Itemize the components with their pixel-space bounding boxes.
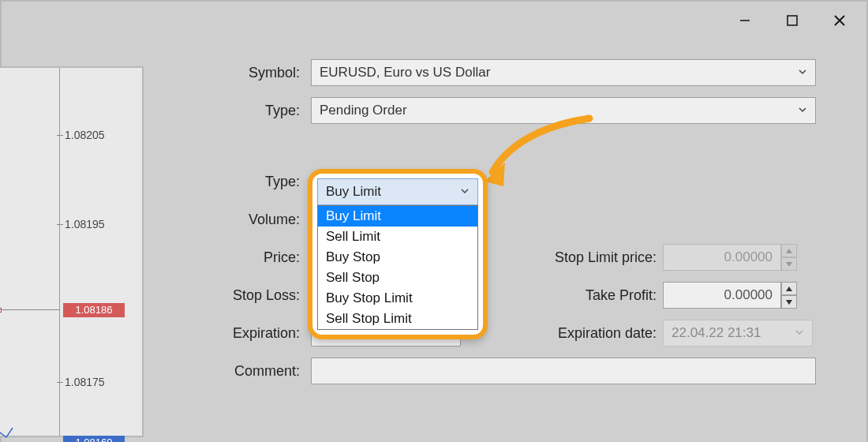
pending-type-dropdown-callout: Buy Limit Buy Limit Sell Limit Buy Stop … (308, 169, 488, 339)
svg-rect-1 (788, 16, 797, 25)
chevron-down-icon (798, 103, 807, 118)
order-dialog: 1.08205 1.08195 1.08186 1.08175 1.08169 … (0, 0, 868, 442)
comment-input[interactable] (311, 358, 816, 384)
pending-type-selected: Buy Limit (326, 184, 381, 200)
order-form: Symbol: EURUSD, Euro vs US Dollar Type: … (155, 58, 849, 395)
svg-marker-4 (786, 249, 792, 253)
takeprofit-input[interactable] (663, 282, 781, 309)
option-buy-stop[interactable]: Buy Stop (318, 247, 477, 268)
option-sell-limit[interactable]: Sell Limit (318, 227, 477, 247)
minimize-button[interactable] (721, 3, 769, 38)
close-button[interactable] (816, 3, 863, 38)
price-tick: 1.08205 (65, 129, 105, 141)
svg-marker-7 (786, 300, 792, 305)
price-tick: 1.08195 (65, 218, 105, 230)
svg-marker-6 (786, 287, 792, 291)
stoplimit-input (663, 244, 781, 271)
chevron-down-icon (798, 65, 807, 81)
order-type-value: Pending Order (320, 103, 407, 118)
ask-price-badge: 1.08169 (63, 436, 125, 442)
expiration-date-label: Expiration date: (507, 325, 657, 342)
maximize-button[interactable] (769, 3, 816, 38)
symbol-label: Symbol: (155, 65, 311, 81)
price-chart: 1.08205 1.08195 1.08186 1.08175 1.08169 (0, 66, 144, 437)
expiration-date-value: 22.04.22 21:31 (672, 325, 761, 341)
title-bar (2, 2, 866, 39)
type-label: Type: (155, 103, 311, 119)
pending-type-select[interactable]: Buy Limit (317, 178, 478, 205)
stepper-down-icon (781, 257, 797, 271)
symbol-select[interactable]: EURUSD, Euro vs US Dollar (311, 59, 816, 86)
stoplimit-label: Stop Limit price: (507, 249, 657, 266)
stepper-down-icon[interactable] (781, 295, 797, 309)
option-buy-limit[interactable]: Buy Limit (318, 206, 477, 227)
option-buy-stop-limit[interactable]: Buy Stop Limit (318, 288, 477, 309)
bid-price-badge: 1.08186 (63, 303, 125, 317)
chart-plot-area (0, 68, 60, 436)
svg-marker-5 (786, 262, 792, 267)
stoploss-label: Stop Loss: (155, 287, 311, 304)
stepper-up-icon[interactable] (781, 282, 797, 295)
callout-arrow-icon (483, 110, 593, 197)
volume-label: Volume: (155, 212, 311, 228)
expiration-label: Expiration: (155, 325, 311, 342)
chevron-down-icon (460, 184, 470, 200)
symbol-value: EURUSD, Euro vs US Dollar (320, 65, 490, 81)
expiration-date-field: 22.04.22 21:31 (663, 320, 813, 346)
pending-type-options: Buy Limit Sell Limit Buy Stop Sell Stop … (317, 205, 478, 330)
price-label: Price: (155, 249, 311, 266)
comment-label: Comment: (155, 363, 311, 380)
chevron-down-icon (795, 325, 804, 341)
pending-type-label: Type: (155, 174, 311, 190)
option-sell-stop[interactable]: Sell Stop (318, 268, 477, 288)
stepper-up-icon (781, 244, 797, 257)
price-tick: 1.08175 (65, 376, 105, 388)
option-sell-stop-limit[interactable]: Sell Stop Limit (318, 309, 477, 329)
takeprofit-label: Take Profit: (507, 287, 657, 304)
